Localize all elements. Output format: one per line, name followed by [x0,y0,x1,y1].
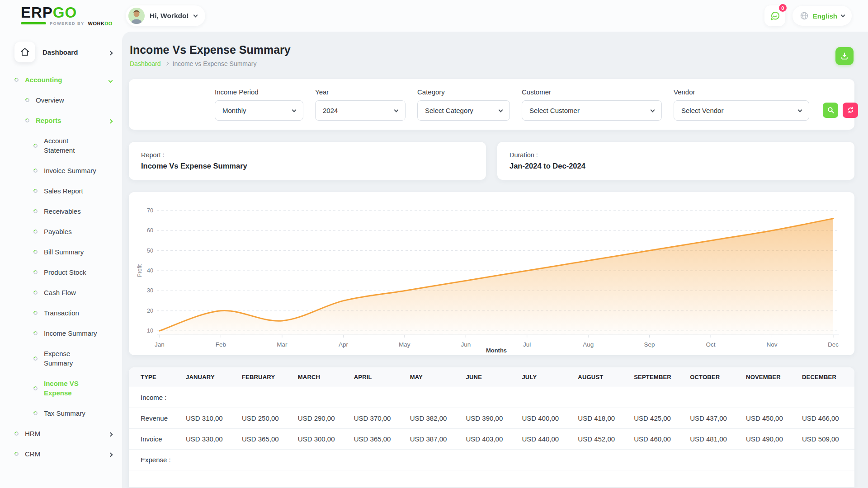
svg-text:Months: Months [486,347,507,354]
reset-button[interactable] [843,103,858,118]
page-title: Income Vs Expense Summary [130,43,854,56]
duration-label: Duration : [509,151,842,159]
svg-text:Aug: Aug [583,341,594,348]
breadcrumb: Dashboard Income vs Expense Summary [130,60,854,67]
sidebar-item-receivables[interactable]: Receivables [7,201,116,221]
table-row-partial [129,470,854,488]
search-icon [827,106,835,114]
sidebar-item-cash-flow[interactable]: Cash Flow [7,282,116,303]
table-header-row: TYPEJANUARYFEBRUARYMARCHAPRILMAYJUNEJULY… [129,367,854,387]
user-greeting: Hi, Workdo! [150,12,189,20]
sidebar-item-invoice-summary[interactable]: Invoice Summary [7,160,116,181]
avatar-image [128,8,145,24]
filter-label: Category [417,88,510,96]
table-column-january: JANUARY [182,367,238,387]
refresh-icon [847,106,854,114]
breadcrumb-dashboard-link[interactable]: Dashboard [130,60,161,67]
table-column-may: MAY [406,367,462,387]
table-cell: USD 425,00 [630,408,686,429]
sidebar-item-income-summary[interactable]: Income Summary [7,323,116,343]
chevron-down-icon [109,76,112,84]
bullet-ring-icon [33,269,38,275]
sidebar-item-sales-report[interactable]: Sales Report [7,181,116,201]
svg-text:Sep: Sep [644,341,655,348]
table-cell: USD 418,00 [574,408,630,429]
table-cell: USD 466,00 [798,408,854,429]
svg-text:Dec: Dec [828,341,839,348]
notification-badge: 0 [778,3,788,13]
svg-text:50: 50 [147,248,153,254]
customer-select[interactable]: Select Customer [522,100,662,121]
table-cell: USD 365,00 [238,429,294,450]
table-cell: USD 481,00 [686,429,742,450]
search-button[interactable] [823,103,838,118]
user-avatar [128,8,145,24]
sidebar-item-hrm[interactable]: HRM [7,423,116,444]
bullet-ring-icon [33,249,38,255]
income-expense-table-card: TYPEJANUARYFEBRUARYMARCHAPRILMAYJUNEJULY… [129,367,854,488]
vendor-select[interactable]: Select Vendor [674,100,809,121]
sidebar-item-overview[interactable]: Overview [7,90,116,110]
table-cell: USD 250,00 [238,408,294,429]
svg-text:30: 30 [147,287,153,294]
sidebar-item-transaction[interactable]: Transaction [7,303,116,323]
table-cell: USD 509,00 [798,429,854,450]
table-cell: USD 450,00 [742,408,798,429]
svg-text:40: 40 [147,267,153,274]
filter-label: Year [315,88,406,96]
bullet-ring-icon [33,385,38,391]
svg-text:Mar: Mar [277,341,288,348]
sidebar-item-account-statement[interactable]: Account Statement [7,131,116,160]
tagline-brand-green: DO [104,21,113,26]
logo-text-dark: ERP [21,4,53,21]
chevron-down-icon [651,108,655,112]
table-column-september: SEPTEMBER [630,367,686,387]
svg-text:20: 20 [147,308,153,314]
bullet-ring-icon [14,431,19,436]
svg-text:Apr: Apr [339,341,349,348]
svg-text:Profit: Profit [137,264,143,277]
top-bar: ERPGO POWERED BY WORKDO Hi, Workdo! 0 [0,0,868,32]
messages-button[interactable]: 0 [764,5,785,26]
table-section-row: Expense : [129,450,854,470]
sidebar-item-dashboard[interactable]: Dashboard [7,40,116,70]
chevron-down-icon [193,13,198,18]
sidebar-item-reports[interactable]: Reports [7,110,116,131]
table-column-february: FEBRUARY [238,367,294,387]
year-select[interactable]: 2024 [315,100,406,121]
sidebar-item-accounting[interactable]: Accounting [7,70,116,90]
table-cell: USD 490,00 [742,429,798,450]
sidebar-item-crm[interactable]: CRM [7,444,116,464]
chevron-right-icon [109,117,112,124]
sidebar-item-tax-summary[interactable]: Tax Summary [7,403,116,423]
sidebar-item-payables[interactable]: Payables [7,221,116,242]
main-content: Income Vs Expense Summary Dashboard Inco… [122,32,868,488]
chevron-down-icon [841,13,845,18]
svg-text:Feb: Feb [216,341,226,348]
table-cell: USD 452,00 [574,429,630,450]
svg-text:10: 10 [147,328,153,334]
category-select[interactable]: Select Category [417,100,510,121]
bullet-ring-icon [33,330,38,336]
logo-text-green: GO [53,4,77,21]
table-column-april: APRIL [350,367,406,387]
report-value: Income Vs Expense Summary [141,162,474,170]
chat-icon [769,10,780,21]
app-logo[interactable]: ERPGO POWERED BY WORKDO [0,6,113,26]
table-cell: USD 387,00 [406,429,462,450]
download-button[interactable] [835,47,854,65]
income-period-select[interactable]: Monthly [215,100,303,121]
logo-tagline: POWERED BY [50,21,85,26]
language-label: English [813,12,837,20]
filter-vendor: VendorSelect Vendor [674,88,809,121]
sidebar-item-product-stock[interactable]: Product Stock [7,262,116,282]
sidebar-item-income-vs-expense[interactable]: Income VS Expense [7,373,116,403]
language-selector[interactable]: English [793,6,852,26]
duration-card: Duration : Jan-2024 to Dec-2024 [497,142,854,180]
bullet-ring-icon [33,188,38,194]
sidebar-item-bill-summary[interactable]: Bill Summary [7,242,116,262]
bullet-ring-icon [14,77,19,83]
duration-value: Jan-2024 to Dec-2024 [509,162,842,170]
user-menu[interactable]: Hi, Workdo! [126,5,205,26]
sidebar-item-expense-summary[interactable]: Expense Summary [7,343,116,373]
